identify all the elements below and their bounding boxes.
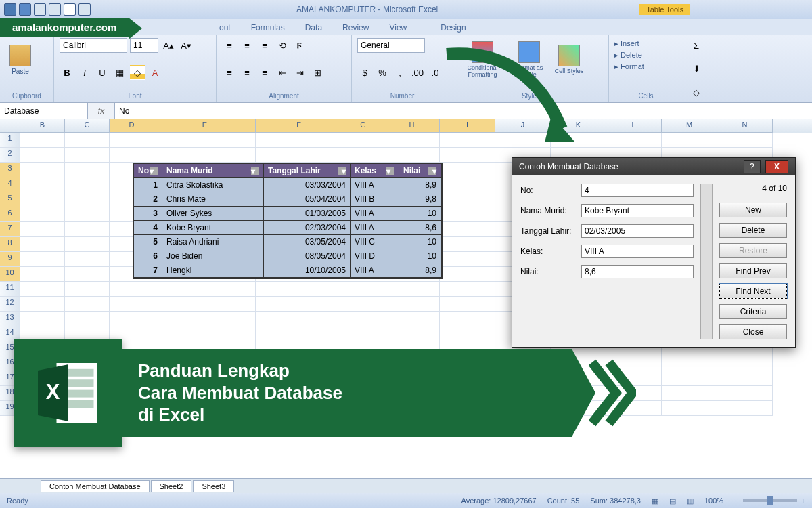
column-header[interactable]: F	[256, 119, 342, 133]
row-header[interactable]: 2	[0, 148, 20, 163]
cell[interactable]	[154, 297, 256, 312]
orientation-icon[interactable]: ⟲	[275, 38, 290, 53]
cell-styles-button[interactable]: Cell Styles	[552, 38, 586, 81]
table-cell[interactable]: VIII A	[351, 221, 399, 235]
border-button[interactable]: ▦	[112, 65, 127, 80]
table-cell[interactable]: Chris Mate	[162, 192, 264, 207]
sheet-tab[interactable]: Contoh Membuat Database	[41, 480, 150, 492]
cell[interactable]	[440, 297, 495, 312]
table-cell[interactable]: 4	[134, 221, 162, 235]
tab-data[interactable]: Data	[296, 20, 332, 35]
table-cell[interactable]: VIII A	[351, 207, 399, 221]
name-box[interactable]: Database	[0, 103, 88, 119]
form-field-input[interactable]	[581, 224, 694, 238]
comma-icon[interactable]: ,	[392, 65, 407, 80]
cell[interactable]	[342, 312, 384, 326]
row-header[interactable]: 4	[0, 177, 20, 192]
table-cell[interactable]: 05/04/2004	[264, 192, 351, 207]
cell[interactable]	[110, 133, 154, 148]
form-field-input[interactable]	[581, 184, 694, 197]
align-middle-icon[interactable]: ≡	[240, 38, 254, 53]
table-cell[interactable]: 10	[399, 207, 441, 221]
table-cell[interactable]: 02/03/2004	[264, 221, 351, 235]
font-color-button[interactable]: A	[148, 65, 162, 80]
format-button[interactable]: ▸ Format	[614, 61, 677, 72]
cell[interactable]	[717, 133, 773, 148]
cell[interactable]	[65, 133, 110, 148]
table-cell[interactable]: 01/03/2005	[264, 207, 351, 221]
italic-button[interactable]: I	[77, 65, 92, 80]
cell[interactable]	[65, 207, 110, 222]
cell[interactable]	[20, 252, 65, 267]
cell[interactable]	[440, 133, 495, 148]
cell[interactable]	[440, 148, 495, 163]
wrap-text-button[interactable]: ⎘	[292, 38, 307, 53]
table-header-cell[interactable]: Kelas ▾	[351, 164, 399, 178]
cell[interactable]	[440, 312, 495, 326]
delete-button[interactable]: ▸ Delete	[614, 49, 677, 61]
cell[interactable]	[606, 133, 662, 148]
table-row[interactable]: 6Joe Biden08/05/2004VIII D10	[134, 249, 441, 263]
fx-icon[interactable]: fx	[88, 103, 115, 119]
cell[interactable]	[384, 282, 440, 297]
cell[interactable]	[65, 148, 110, 163]
tab-view[interactable]: View	[380, 20, 416, 35]
cell[interactable]	[440, 177, 495, 192]
cell[interactable]	[20, 177, 65, 192]
merge-button[interactable]: ⊞	[310, 65, 325, 80]
cell[interactable]	[717, 356, 773, 371]
table-cell[interactable]: 8,6	[399, 221, 441, 235]
cell[interactable]	[440, 192, 495, 207]
autosum-icon[interactable]: Σ	[689, 38, 704, 53]
cell[interactable]	[65, 297, 110, 312]
cell[interactable]	[440, 267, 495, 282]
cell[interactable]	[384, 297, 440, 312]
fill-color-button[interactable]: ◇	[130, 65, 145, 80]
decrease-font-icon[interactable]: A▾	[179, 38, 194, 53]
row-header[interactable]: 3	[0, 163, 20, 177]
table-cell[interactable]: 2	[134, 192, 162, 207]
view-normal-icon[interactable]: ▦	[652, 496, 658, 505]
cell[interactable]	[20, 222, 65, 237]
cell[interactable]	[65, 312, 110, 326]
cell[interactable]	[65, 163, 110, 177]
align-left-icon[interactable]: ≡	[222, 65, 237, 80]
column-header[interactable]: D	[110, 119, 154, 133]
cell[interactable]	[495, 133, 551, 148]
cell[interactable]	[256, 297, 342, 312]
form-field-input[interactable]	[581, 245, 694, 258]
table-cell[interactable]: 8,9	[399, 263, 441, 278]
cell[interactable]	[256, 133, 342, 148]
dialog-titlebar[interactable]: Contoh Membuat Database ? X	[512, 158, 795, 175]
view-layout-icon[interactable]: ▤	[669, 496, 676, 505]
cell[interactable]	[110, 297, 154, 312]
cell[interactable]	[65, 222, 110, 237]
column-header[interactable]: B	[20, 119, 65, 133]
table-cell[interactable]: 1	[134, 178, 162, 192]
cell[interactable]	[440, 222, 495, 237]
cell[interactable]	[154, 148, 256, 163]
filter-dropdown-icon[interactable]: ▾	[338, 167, 346, 175]
row-header[interactable]: 8	[0, 237, 20, 252]
cell[interactable]	[65, 252, 110, 267]
table-header-cell[interactable]: No ▾	[134, 164, 162, 178]
column-header[interactable]: J	[495, 119, 551, 133]
cell[interactable]	[154, 282, 256, 297]
table-cell[interactable]: VIII C	[351, 235, 399, 249]
row-header[interactable]: 13	[0, 312, 20, 326]
cell[interactable]	[342, 148, 384, 163]
excel-app-icon[interactable]	[4, 3, 16, 16]
dialog-help-button[interactable]: ?	[744, 160, 761, 173]
cell[interactable]	[440, 163, 495, 177]
cell[interactable]	[20, 267, 65, 282]
font-size-combo[interactable]	[130, 38, 158, 53]
column-header[interactable]: G	[342, 119, 384, 133]
cell[interactable]	[20, 192, 65, 207]
cell[interactable]	[65, 237, 110, 252]
cell[interactable]	[20, 312, 65, 326]
redo-icon[interactable]	[49, 3, 61, 16]
decrease-decimal-icon[interactable]: .0	[428, 65, 443, 80]
cell[interactable]	[20, 133, 65, 148]
align-right-icon[interactable]: ≡	[257, 65, 272, 80]
table-header-cell[interactable]: Tanggal Lahir ▾	[264, 164, 351, 178]
